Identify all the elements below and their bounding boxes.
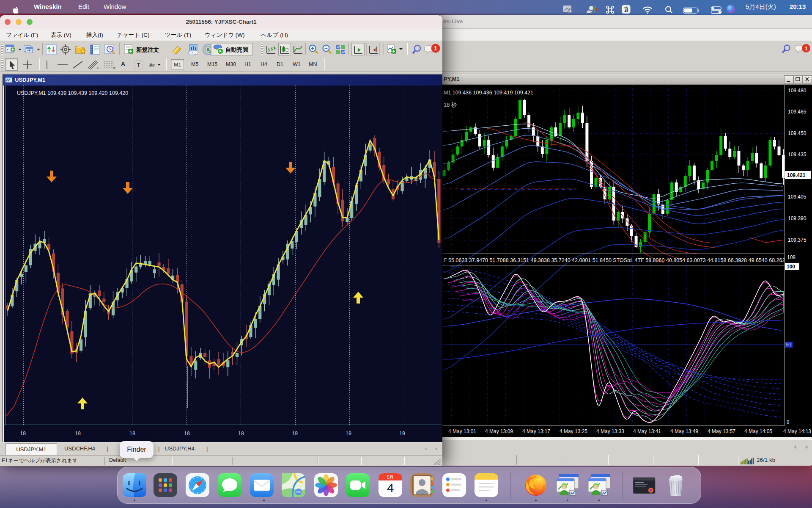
svg-text:50: 50 — [786, 342, 791, 347]
svg-text:18: 18 — [20, 431, 26, 436]
svg-text:M1 109.436 109.436 109.419 10: M1 109.436 109.436 109.419 109.421 — [444, 90, 533, 96]
svg-text:E: E — [97, 66, 99, 70]
svg-text:4 May 13:01: 4 May 13:01 — [448, 428, 476, 434]
svg-text:19: 19 — [346, 431, 351, 436]
svg-text:109.480: 109.480 — [788, 88, 807, 94]
svg-text:USDJPY,M1 109.439 109.439 109: USDJPY,M1 109.439 109.439 109.420 109.42… — [17, 90, 128, 96]
svg-text:100: 100 — [787, 264, 795, 270]
svg-text:109.405: 109.405 — [788, 194, 807, 200]
svg-text:F: F — [113, 66, 115, 70]
svg-text:109.421: 109.421 — [787, 172, 806, 178]
svg-text:109.465: 109.465 — [788, 109, 807, 115]
svg-text:109.375: 109.375 — [788, 237, 807, 243]
svg-text:0: 0 — [787, 420, 789, 425]
svg-text:109.390: 109.390 — [788, 215, 807, 221]
svg-text:19: 19 — [399, 431, 405, 436]
svg-text:1: 1 — [434, 45, 437, 52]
svg-text:18: 18 — [75, 431, 81, 436]
svg-text:4 May 13:41: 4 May 13:41 — [633, 428, 661, 434]
svg-text:18: 18 — [184, 431, 190, 436]
svg-text:18 秒: 18 秒 — [444, 102, 457, 108]
svg-text:4 May 13:57: 4 May 13:57 — [708, 428, 735, 434]
svg-text:F 55.0623 37.9470 51.7088 36.3: F 55.0623 37.9470 51.7088 36.3151 49.383… — [444, 257, 785, 263]
svg-text:109.450: 109.450 — [788, 130, 807, 136]
svg-text:4 May 13:09: 4 May 13:09 — [485, 428, 513, 434]
svg-text:109.435: 109.435 — [788, 152, 807, 157]
svg-text:5月: 5月 — [387, 475, 394, 480]
svg-text:4 May 13:33: 4 May 13:33 — [596, 428, 624, 434]
svg-text:1: 1 — [804, 45, 807, 52]
svg-text:18: 18 — [129, 431, 135, 436]
svg-text:4: 4 — [387, 481, 394, 495]
svg-text:T: T — [137, 62, 140, 68]
svg-text:108: 108 — [787, 254, 796, 260]
svg-text:4 May 14:05: 4 May 14:05 — [744, 428, 772, 434]
svg-text:18: 18 — [238, 431, 244, 436]
svg-text:4 May 13:49: 4 May 13:49 — [670, 428, 698, 434]
svg-text:4 May 14:13: 4 May 14:13 — [783, 428, 811, 434]
svg-text:4 May 13:25: 4 May 13:25 — [560, 428, 587, 434]
svg-text:19: 19 — [292, 431, 298, 436]
svg-text:280: 280 — [296, 490, 302, 494]
svg-text:4 May 13:17: 4 May 13:17 — [522, 428, 550, 434]
